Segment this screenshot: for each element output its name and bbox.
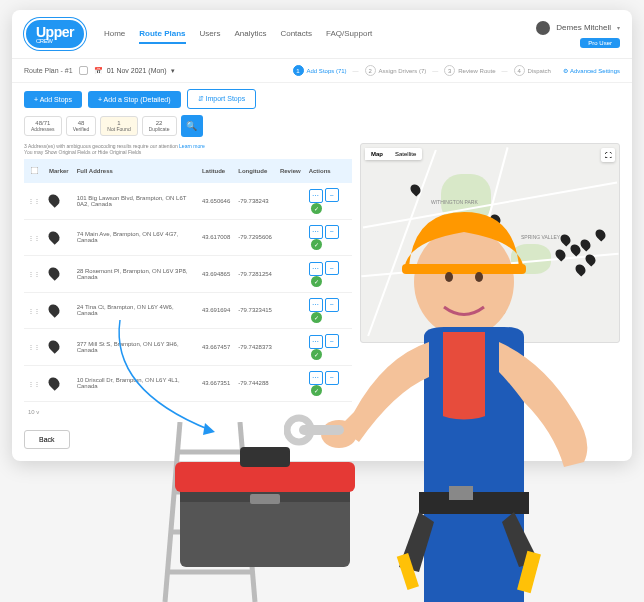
pro-badge[interactable]: Pro User	[580, 38, 620, 48]
stat-addresses: 48/71Addresses	[24, 116, 62, 136]
nav-contacts[interactable]: Contacts	[280, 25, 312, 44]
nav-faq[interactable]: FAQ/Support	[326, 25, 372, 44]
learn-more-link[interactable]: Learn more	[179, 143, 205, 149]
svg-rect-20	[419, 492, 529, 514]
marker-icon	[46, 375, 62, 391]
subheader: Route Plan - #1 📅 01 Nov 2021 (Mon) ▾ 1A…	[12, 59, 632, 83]
nav-route-plans[interactable]: Route Plans	[139, 25, 185, 44]
col-review: Review	[276, 159, 305, 183]
svg-rect-15	[429, 332, 443, 462]
map-type-toggle[interactable]: MapSatellite	[365, 148, 422, 160]
route-plan-label: Route Plan - #1	[24, 67, 73, 74]
nav-home[interactable]: Home	[104, 25, 125, 44]
step-4[interactable]: 4Dispatch	[514, 65, 551, 76]
avatar-icon	[536, 21, 550, 35]
marker-icon	[46, 229, 62, 245]
stat-duplicate: 22Duplicate	[142, 116, 177, 136]
marker-icon	[46, 192, 62, 208]
logo: UpperCREW	[24, 18, 86, 50]
import-stops-button[interactable]: ⇵ Import Stops	[187, 89, 257, 109]
marker-icon	[46, 265, 62, 281]
svg-rect-9	[240, 447, 290, 467]
svg-rect-18	[299, 425, 344, 435]
nav-users[interactable]: Users	[200, 25, 221, 44]
marker-icon	[46, 302, 62, 318]
nav: Home Route Plans Users Analytics Contact…	[104, 25, 372, 44]
col-lng: Longitude	[234, 159, 276, 183]
search-button[interactable]: 🔍	[181, 115, 203, 137]
header: UpperCREW Home Route Plans Users Analyti…	[12, 10, 632, 59]
stat-notfound: 1Not Found	[100, 116, 137, 136]
svg-rect-16	[485, 332, 499, 462]
col-actions: Actions	[305, 159, 352, 183]
steps: 1Add Stops (71) — 2Assign Drivers (7) — …	[293, 65, 551, 76]
worker-illustration	[284, 182, 644, 602]
svg-point-11	[414, 227, 514, 337]
add-stops-button[interactable]: + Add Stops	[24, 91, 82, 108]
col-marker: Marker	[45, 159, 73, 183]
col-address: Full Address	[73, 159, 198, 183]
svg-rect-10	[250, 494, 280, 504]
date-picker[interactable]: 📅 01 Nov 2021 (Mon) ▾	[94, 67, 175, 75]
advanced-settings[interactable]: ⚙ Advanced Settings	[563, 67, 620, 74]
marker-icon	[46, 338, 62, 354]
user-menu[interactable]: Demes Mitchell ▾ Pro User	[536, 21, 620, 48]
step-3[interactable]: 3Review Route	[444, 65, 495, 76]
alert-text: 3 Address(es) with ambiguous geocoding r…	[24, 143, 352, 155]
back-button[interactable]: Back	[24, 430, 70, 449]
step-1[interactable]: 1Add Stops (71)	[293, 65, 347, 76]
add-stop-detailed-button[interactable]: + Add a Stop (Detailed)	[88, 91, 181, 108]
col-lat: Latitude	[198, 159, 234, 183]
edit-icon[interactable]	[79, 66, 88, 75]
step-2[interactable]: 2Assign Drivers (7)	[365, 65, 427, 76]
svg-point-14	[475, 272, 483, 282]
svg-rect-21	[449, 486, 473, 500]
fullscreen-icon[interactable]: ⛶	[601, 148, 615, 162]
col-checkbox[interactable]	[24, 159, 45, 183]
stat-verified: 48Verified	[66, 116, 97, 136]
user-name: Demes Mitchell	[556, 23, 611, 32]
svg-rect-12	[402, 264, 526, 274]
svg-point-13	[445, 272, 453, 282]
nav-analytics[interactable]: Analytics	[234, 25, 266, 44]
chevron-down-icon: ▾	[617, 24, 620, 31]
